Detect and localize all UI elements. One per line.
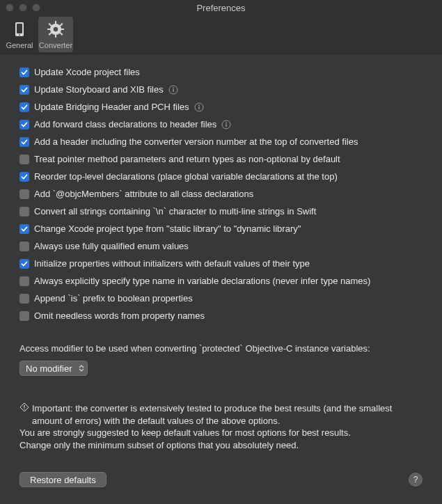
preferences-toolbar: General Converter [0, 15, 442, 54]
option-checkbox[interactable] [19, 102, 29, 112]
option-row: Convert all strings containing `\n` char… [19, 206, 423, 216]
svg-rect-21 [226, 123, 227, 126]
svg-rect-23 [24, 409, 24, 409]
restore-defaults-button[interactable]: Restore defaults [19, 472, 106, 487]
option-row: Add a header including the converter ver… [19, 136, 423, 147]
svg-point-12 [54, 27, 58, 32]
gear-icon [46, 19, 65, 40]
tab-converter[interactable]: Converter [38, 17, 73, 52]
option-label: Add `@objcMembers` attribute to all clas… [34, 189, 253, 199]
traffic-lights [6, 3, 40, 12]
svg-rect-8 [49, 23, 52, 26]
minimize-window-button[interactable] [19, 3, 27, 12]
option-checkbox[interactable] [19, 85, 29, 95]
option-label: Reorder top-level declarations (place gl… [34, 171, 338, 182]
access-modifier-label: Access modifier to be used when converti… [19, 343, 423, 354]
option-label: Update Bridging Header and PCH files [34, 102, 189, 112]
content: Update Xcode project filesUpdate Storybo… [0, 54, 442, 498]
general-icon [10, 19, 29, 40]
svg-rect-22 [24, 405, 24, 408]
option-row: Always use fully qualified enum values [19, 241, 423, 251]
help-button[interactable]: ? [409, 473, 423, 487]
warning-line2: You are strongly suggested to keep defau… [19, 427, 423, 439]
svg-rect-7 [61, 29, 64, 30]
warning-line3: Change only the minimum subset of option… [19, 439, 423, 452]
option-row: Change Xcode project type from "static l… [19, 223, 423, 234]
option-label: Treat pointer method parameters and retu… [34, 154, 340, 164]
info-icon[interactable] [168, 85, 178, 95]
option-checkbox[interactable] [19, 120, 29, 129]
option-row: Omit needless words from property names [19, 310, 423, 321]
option-row: Add forward class declarations to header… [19, 119, 423, 129]
svg-rect-18 [198, 106, 199, 109]
svg-rect-1 [17, 24, 22, 33]
info-icon[interactable] [194, 102, 204, 112]
option-checkbox[interactable] [19, 294, 29, 304]
svg-point-14 [173, 87, 174, 88]
svg-point-2 [19, 34, 20, 36]
info-icon[interactable] [221, 120, 231, 129]
warning-diamond-icon [19, 402, 29, 412]
option-checkbox[interactable] [19, 224, 29, 234]
option-label: Update Storyboard and XIB files [34, 84, 164, 95]
option-label: Always use fully qualified enum values [34, 241, 189, 251]
option-label: Update Xcode project files [34, 67, 140, 77]
svg-point-17 [198, 104, 200, 106]
option-checkbox[interactable] [19, 242, 29, 251]
svg-point-20 [226, 122, 227, 123]
warning-text: Important: the converter is extensively … [19, 402, 423, 451]
chevron-updown-icon [79, 365, 84, 372]
tab-converter-label: Converter [39, 41, 72, 49]
option-checkbox[interactable] [19, 207, 29, 216]
option-label: Append `is` prefix to boolean properties [34, 293, 193, 304]
option-row: Always explicitly specify type name in v… [19, 276, 423, 286]
option-checkbox[interactable] [19, 189, 29, 199]
option-label: Initialize properties without initialize… [34, 258, 310, 269]
close-window-button[interactable] [6, 3, 14, 12]
option-row: Reorder top-level declarations (place gl… [19, 171, 423, 182]
svg-rect-9 [60, 32, 63, 36]
option-row: Treat pointer method parameters and retu… [19, 154, 423, 164]
access-modifier-select[interactable]: No modifier [19, 361, 88, 376]
option-label: Add forward class declarations to header… [34, 119, 216, 129]
svg-rect-15 [173, 88, 173, 91]
svg-rect-11 [49, 32, 52, 36]
option-checkbox[interactable] [19, 276, 29, 286]
option-checkbox[interactable] [19, 311, 29, 321]
access-modifier-selected: No modifier [26, 363, 72, 374]
option-label: Convert all strings containing `\n` char… [34, 206, 316, 216]
option-row: Update Storyboard and XIB files [19, 84, 423, 95]
svg-rect-10 [60, 23, 63, 26]
option-row: Append `is` prefix to boolean properties [19, 293, 423, 304]
option-row: Update Bridging Header and PCH files [19, 102, 423, 112]
option-label: Omit needless words from property names [34, 310, 205, 321]
option-checkbox[interactable] [19, 259, 29, 269]
window-title: Preferences [196, 3, 245, 13]
svg-rect-5 [55, 34, 56, 38]
svg-rect-4 [55, 21, 56, 24]
svg-rect-6 [47, 29, 51, 30]
warning-line1: Important: the converter is extensively … [32, 402, 423, 427]
option-checkbox[interactable] [19, 155, 29, 164]
tab-general[interactable]: General [2, 17, 37, 52]
tab-general-label: General [6, 41, 33, 49]
option-label: Change Xcode project type from "static l… [34, 223, 301, 234]
titlebar: Preferences [0, 0, 442, 15]
zoom-window-button[interactable] [32, 3, 40, 12]
option-checkbox[interactable] [19, 172, 29, 182]
option-label: Always explicitly specify type name in v… [34, 276, 370, 286]
option-row: Update Xcode project files [19, 67, 423, 77]
option-checkbox[interactable] [19, 137, 29, 147]
option-row: Add `@objcMembers` attribute to all clas… [19, 189, 423, 199]
option-row: Initialize properties without initialize… [19, 258, 423, 269]
option-checkbox[interactable] [19, 68, 29, 77]
option-label: Add a header including the converter ver… [34, 136, 358, 147]
